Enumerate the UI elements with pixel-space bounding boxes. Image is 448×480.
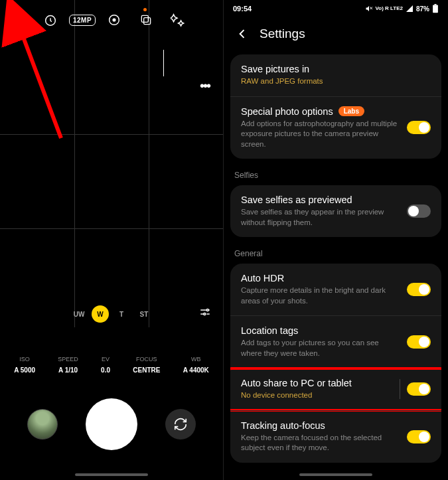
- switch-camera-button[interactable]: [165, 409, 196, 440]
- svg-rect-12: [434, 4, 436, 5]
- param-speed[interactable]: SPEEDA 1/10: [58, 356, 78, 374]
- row-sub: Add options for astrophotography and mul…: [241, 119, 400, 150]
- row-sub: Keep the camera focused on the selected …: [241, 433, 400, 453]
- row-sub: Add tags to your pictures so you can see…: [241, 338, 400, 359]
- pro-params: ISOA 5000 SPEEDA 1/10 EV0.0 FOCUSCENTRE …: [0, 356, 223, 374]
- labs-badge: Labs: [338, 106, 364, 116]
- notification-dot-icon: [143, 8, 147, 11]
- section-selfies: Selfies: [230, 165, 441, 185]
- resolution-button[interactable]: 12MP: [69, 7, 96, 33]
- row-title: Save pictures in: [241, 64, 431, 74]
- tune-icon[interactable]: [199, 306, 211, 318]
- shutter-row: [0, 398, 223, 450]
- settings-header: Settings: [224, 17, 448, 54]
- row-title: Auto share to PC or tablet: [241, 378, 393, 388]
- camera-screen: 12MP ••• UW W T ST ISOA 5000 SPE: [0, 0, 224, 480]
- svg-point-6: [206, 309, 208, 311]
- status-time: 09:54: [233, 5, 252, 13]
- battery-icon: [432, 4, 439, 13]
- row-sub: Save selfies as they appear in the previ…: [241, 207, 400, 228]
- settings-screen: 09:54 Vo) R LTE2 87% Settings: [224, 0, 448, 480]
- toggle-location[interactable]: [407, 335, 431, 349]
- status-net-label: Vo) R LTE2: [376, 6, 403, 11]
- divider: [400, 379, 400, 399]
- back-icon[interactable]: [236, 27, 249, 40]
- lens-uw[interactable]: UW: [69, 305, 89, 323]
- row-save-selfies[interactable]: Save selfies as previewed Save selfies a…: [230, 185, 441, 237]
- row-title: Auto HDR: [241, 273, 400, 283]
- effects-icon[interactable]: [165, 7, 191, 33]
- row-tracking-af[interactable]: Tracking auto-focus Keep the camera focu…: [230, 410, 441, 463]
- svg-rect-5: [144, 18, 151, 25]
- gallery-thumbnail[interactable]: [27, 409, 58, 440]
- nav-handle[interactable]: [299, 473, 372, 476]
- row-auto-share[interactable]: Auto share to PC or tablet No device con…: [230, 368, 441, 410]
- lens-selector: UW W T ST: [0, 301, 223, 327]
- param-iso[interactable]: ISOA 5000: [14, 356, 35, 374]
- timer-icon[interactable]: [37, 7, 64, 33]
- row-special-photo-options[interactable]: Special photo options Labs Add options f…: [230, 96, 441, 159]
- toggle-auto-share[interactable]: [407, 382, 431, 396]
- status-bar: 09:54 Vo) R LTE2 87%: [224, 0, 448, 17]
- more-icon[interactable]: •••: [200, 78, 210, 94]
- row-title: Tracking auto-focus: [241, 420, 400, 431]
- status-battery: 87%: [416, 5, 429, 13]
- svg-point-3: [113, 19, 115, 21]
- param-ev[interactable]: EV0.0: [101, 356, 110, 374]
- toggle-selfies[interactable]: [407, 204, 431, 218]
- exposure-slider-line[interactable]: [163, 50, 164, 76]
- param-wb[interactable]: WBA 4400K: [183, 356, 209, 374]
- row-title: Save selfies as previewed: [241, 195, 400, 205]
- svg-point-7: [204, 313, 206, 315]
- shutter-button[interactable]: [86, 398, 137, 450]
- svg-rect-11: [433, 5, 438, 13]
- svg-point-0: [17, 18, 21, 22]
- toggle-tracking[interactable]: [407, 430, 431, 443]
- toggle-auto-hdr[interactable]: [407, 283, 431, 296]
- settings-list: Save pictures in RAW and JPEG formats Sp…: [224, 54, 448, 480]
- lens-w[interactable]: W: [92, 305, 109, 323]
- svg-rect-4: [141, 15, 148, 22]
- metering-icon[interactable]: [101, 7, 127, 33]
- row-auto-hdr[interactable]: Auto HDR Capture more details in the bri…: [230, 264, 441, 315]
- nav-handle[interactable]: [75, 473, 148, 476]
- gear-icon[interactable]: [5, 7, 32, 33]
- camera-top-toolbar: 12MP: [0, 0, 223, 40]
- row-sub: Capture more details in the bright and d…: [241, 285, 400, 306]
- section-general: General: [230, 244, 441, 264]
- param-focus[interactable]: FOCUSCENTRE: [133, 356, 160, 374]
- row-title: Special photo options: [241, 106, 333, 117]
- row-location-tags[interactable]: Location tags Add tags to your pictures …: [230, 315, 441, 368]
- lens-st[interactable]: ST: [134, 305, 154, 323]
- status-net-mute-icon: [365, 5, 373, 13]
- row-title: Location tags: [241, 325, 400, 336]
- row-save-pictures[interactable]: Save pictures in RAW and JPEG formats: [230, 54, 441, 96]
- mp-badge: 12MP: [69, 15, 96, 26]
- signal-icon: [406, 5, 413, 13]
- row-sub: RAW and JPEG formats: [241, 76, 431, 87]
- settings-title: Settings: [260, 27, 305, 41]
- row-sub: No device connected: [241, 390, 393, 401]
- toggle-special[interactable]: [407, 121, 431, 134]
- lens-t[interactable]: T: [112, 305, 131, 323]
